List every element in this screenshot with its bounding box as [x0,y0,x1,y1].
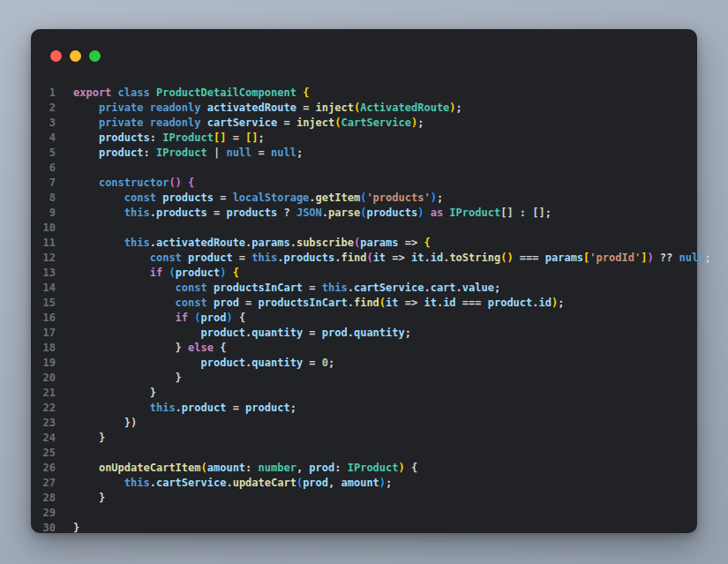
line-number: 14 [31,281,56,296]
code-text: this.product = product; [73,401,296,416]
code-line: 14 const productsInCart = this.cartServi… [31,281,690,296]
line-number: 27 [31,476,56,491]
code-text: }) [73,416,137,431]
code-line: 10 [31,221,690,236]
line-number: 1 [31,86,56,101]
code-text: const productsInCart = this.cartService.… [73,281,500,296]
code-line: 5 product: IProduct | null = null; [31,146,690,161]
line-number: 24 [31,431,56,446]
code-line: 7 constructor() { [31,176,690,191]
line-number: 2 [31,101,56,116]
close-button[interactable] [50,50,62,62]
line-number: 15 [31,296,56,311]
line-number: 20 [31,371,56,386]
maximize-button[interactable] [89,50,101,62]
code-text: product.quantity = prod.quantity; [73,326,411,341]
line-number: 19 [31,356,56,371]
code-line: 20 } [31,371,690,386]
code-text: product: IProduct | null = null; [73,146,303,161]
code-area: 1export class ProductDetailComponent {2 … [31,75,697,536]
code-text: } [73,386,156,401]
code-line: 6 [31,161,690,176]
code-line: 17 product.quantity = prod.quantity; [31,326,690,341]
code-text: if (prod) { [73,311,245,326]
line-number: 30 [31,521,56,536]
line-number: 21 [31,386,56,401]
code-line: 21 } [31,386,690,401]
code-text: constructor() { [73,176,194,191]
line-number: 12 [31,251,56,266]
code-line: 8 const products = localStorage.getItem(… [31,191,690,206]
code-line: 11 this.activatedRoute.params.subscribe(… [31,236,690,251]
code-text: this.cartService.updateCart(prod, amount… [73,476,392,491]
code-line: 18 } else { [31,341,690,356]
line-number: 16 [31,311,56,326]
line-number: 26 [31,461,56,476]
code-line: 29 [31,506,690,521]
code-text: private readonly activatedRoute = inject… [73,101,462,116]
line-number: 28 [31,491,56,506]
code-line: 30} [31,521,690,536]
code-line: 24 } [31,431,690,446]
code-text: } else { [73,341,226,356]
line-number: 5 [31,146,56,161]
code-text: if (product) { [73,266,239,281]
code-line: 1export class ProductDetailComponent { [31,86,690,101]
code-line: 28 } [31,491,690,506]
line-number: 13 [31,266,56,281]
line-number: 17 [31,326,56,341]
code-text: const product = this.products.find(it =>… [73,251,711,266]
minimize-button[interactable] [70,50,81,62]
code-text: } [73,371,182,386]
code-text: onUpdateCartItem(amount: number, prod: I… [73,461,417,476]
code-text: this.products = products ? JSON.parse(pr… [73,206,552,221]
code-text: product.quantity = 0; [73,356,334,371]
window-titlebar [31,29,697,68]
code-text: private readonly cartService = inject(Ca… [73,116,424,131]
line-number: 3 [31,116,56,131]
line-number: 22 [31,401,56,416]
code-text: const prod = productsInCart.find(it => i… [73,296,564,311]
line-number: 25 [31,446,56,461]
code-line: 27 this.cartService.updateCart(prod, amo… [31,476,690,491]
code-line: 2 private readonly activatedRoute = inje… [31,101,690,116]
code-line: 23 }) [31,416,690,431]
code-text: } [73,491,105,506]
line-number: 9 [31,206,56,221]
line-number: 11 [31,236,56,251]
code-line: 9 this.products = products ? JSON.parse(… [31,206,690,221]
code-text: this.activatedRoute.params.subscribe(par… [73,236,431,251]
code-line: 4 products: IProduct[] = []; [31,131,690,146]
code-text: export class ProductDetailComponent { [73,86,309,101]
code-line: 12 const product = this.products.find(it… [31,251,690,266]
code-text: const products = localStorage.getItem('p… [73,191,443,206]
line-number: 23 [31,416,56,431]
code-line: 13 if (product) { [31,266,690,281]
line-number: 4 [31,131,56,146]
code-line: 16 if (prod) { [31,311,690,326]
line-number: 6 [31,161,56,176]
code-line: 19 product.quantity = 0; [31,356,690,371]
code-text: } [73,431,105,446]
code-line: 3 private readonly cartService = inject(… [31,116,690,131]
line-number: 8 [31,191,56,206]
line-number: 7 [31,176,56,191]
line-number: 18 [31,341,56,356]
code-line: 25 [31,446,690,461]
line-number: 10 [31,221,56,236]
code-text: products: IProduct[] = []; [73,131,265,146]
desktop-background: { "window": { "controls": [ {"name": "cl… [0,0,728,564]
code-line: 22 this.product = product; [31,401,690,416]
code-line: 15 const prod = productsInCart.find(it =… [31,296,690,311]
code-text: } [73,521,79,536]
line-number: 29 [31,506,56,521]
code-line: 26 onUpdateCartItem(amount: number, prod… [31,461,690,476]
code-window: 1export class ProductDetailComponent {2 … [31,29,697,533]
